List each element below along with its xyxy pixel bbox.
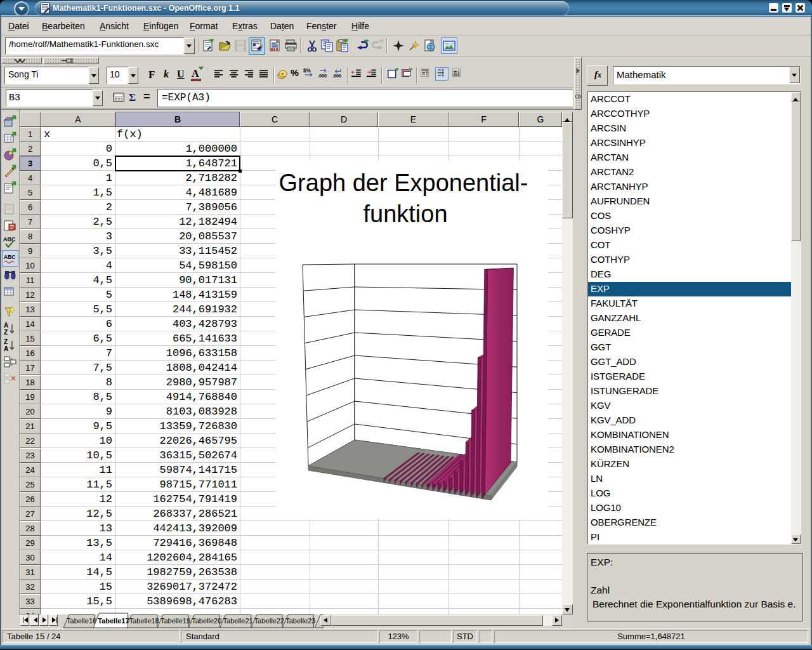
svg-text:Tabelle22: Tabelle22 xyxy=(254,617,284,625)
svg-text:Tabelle18: Tabelle18 xyxy=(129,617,159,625)
svg-text:ABC: ABC xyxy=(3,236,16,242)
svg-text:Tabelle21: Tabelle21 xyxy=(223,617,253,625)
svg-text:Tabelle16: Tabelle16 xyxy=(67,617,96,625)
svg-text:.000: .000 xyxy=(332,73,341,79)
svg-text:Tabelle20: Tabelle20 xyxy=(192,617,221,625)
svg-text:$%: $% xyxy=(303,68,311,74)
svg-text:A: A xyxy=(4,345,8,352)
svg-text:Tabelle23: Tabelle23 xyxy=(285,617,315,625)
svg-text:ABC: ABC xyxy=(4,254,15,260)
svg-text:.000: .000 xyxy=(318,73,327,79)
svg-text:Tabelle17: Tabelle17 xyxy=(98,617,129,625)
svg-text:¤: ¤ xyxy=(281,71,284,77)
svg-text:%: % xyxy=(291,68,299,78)
svg-text:Tabelle19: Tabelle19 xyxy=(160,617,190,625)
svg-text:Z: Z xyxy=(4,338,8,345)
svg-text:A: A xyxy=(4,322,8,329)
svg-text:Z: Z xyxy=(4,329,8,336)
